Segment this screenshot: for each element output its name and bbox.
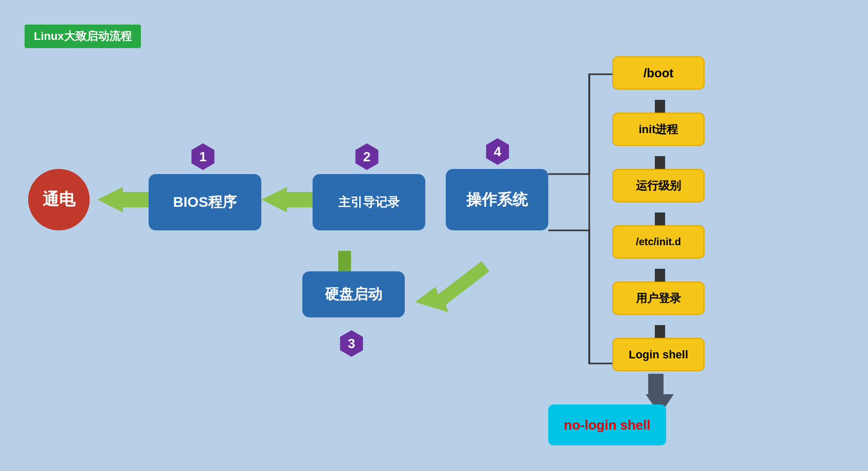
initd-box: /etc/init.d <box>612 225 705 259</box>
badge-3: 3 <box>338 330 365 357</box>
arrow-disk-os <box>415 261 489 312</box>
bracket-os-top <box>548 74 612 174</box>
arrow-bios-mbr <box>261 187 313 212</box>
bios-box: BIOS程序 <box>149 174 261 230</box>
boot-box: /boot <box>612 56 705 90</box>
disk-box: 硬盘启动 <box>302 271 405 317</box>
page-title: Linux大致启动流程 <box>25 25 141 48</box>
badge-2: 2 <box>354 143 380 170</box>
arrow-power-bios <box>97 187 149 212</box>
badge-4: 4 <box>484 138 511 165</box>
nologin-box: no-login shell <box>548 404 666 445</box>
loginshell-box: Login shell <box>612 338 705 371</box>
badge-1: 1 <box>190 143 216 170</box>
os-box: 操作系统 <box>446 169 548 230</box>
init-box: init进程 <box>612 113 705 146</box>
userlogin-box: 用户登录 <box>612 282 705 315</box>
runlevel-box: 运行级别 <box>612 169 705 202</box>
bracket-os-bottom <box>548 230 612 363</box>
mbr-box: 主引导记录 <box>313 174 425 230</box>
power-circle: 通电 <box>28 169 90 230</box>
